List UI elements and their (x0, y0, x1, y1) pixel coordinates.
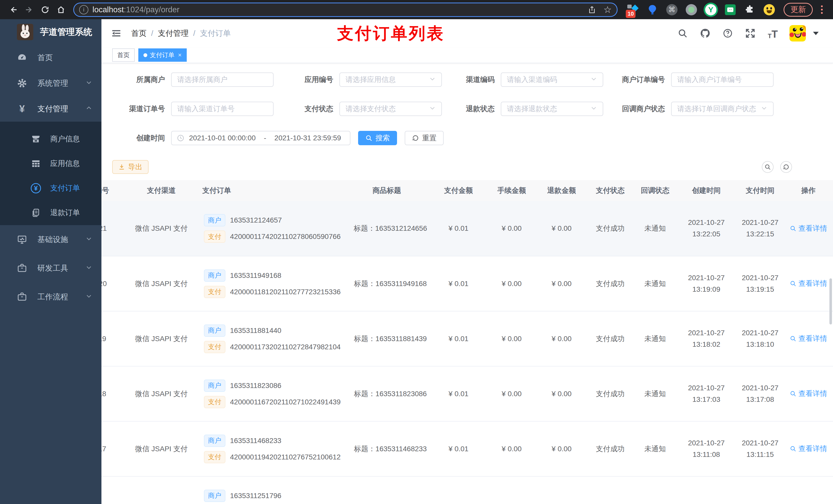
chevron-up-icon (86, 104, 92, 113)
sidebar-item-system[interactable]: 系统管理 (0, 70, 101, 96)
tab-pay-order[interactable]: 支付订单 × (138, 48, 187, 62)
sidebar-item-pay-order[interactable]: ¥ 支付订单 (0, 176, 101, 200)
sidebar-item-infrastructure[interactable]: 基础设施 (0, 225, 101, 254)
breadcrumb-pay-management[interactable]: 支付管理 (158, 28, 189, 39)
extension-badge: 10 (626, 10, 636, 18)
notify-status: 未通知 (634, 421, 676, 476)
app-label: 应用编号 (273, 75, 339, 85)
notify-status: 未通知 (634, 256, 676, 311)
extension-command-icon[interactable]: ⌘ (666, 4, 678, 16)
back-icon[interactable] (7, 3, 20, 16)
sidebar-item-app-info[interactable]: 应用信息 (0, 151, 101, 176)
merchant-order-no: 1635311251796 (230, 492, 281, 500)
grid-icon (30, 159, 42, 169)
extension-blocks-icon[interactable]: 10 (627, 4, 639, 16)
pay-order-cell: 商户1635311881440 支付4200001173202110272847… (197, 311, 343, 366)
view-detail-link[interactable]: 查看详情 (790, 223, 827, 233)
col-pay-status: 支付状态 (587, 180, 634, 201)
pay-channel: 微信 JSAPI 支付 (125, 421, 197, 476)
product-title: 标题：1635311881439 (343, 311, 430, 366)
sidebar-menu: 首页 系统管理 ¥ 支付管理 商户信息 应用信息 (0, 45, 101, 311)
tab-home[interactable]: 首页 (112, 48, 135, 62)
view-detail-link[interactable]: 查看详情 (790, 334, 827, 343)
view-detail-link[interactable]: 查看详情 (790, 444, 827, 454)
sidebar-item-label: 支付订单 (50, 183, 80, 193)
refresh-button[interactable] (780, 161, 792, 173)
site-info-icon[interactable]: i (79, 5, 88, 14)
forward-icon[interactable] (23, 3, 36, 16)
extension-yuque-icon[interactable]: Y (705, 4, 717, 16)
view-detail-link[interactable]: 查看详情 (790, 389, 827, 399)
font-size-icon[interactable]: TT (767, 27, 779, 39)
merchant-order-no: 1635311949168 (230, 271, 281, 280)
url-bar[interactable]: i localhost:1024/pay/order ☆ (73, 3, 618, 17)
orders-table: 编号 支付渠道 支付订单 商品标题 支付金额 手续金额 退款金额 支付状态 回调… (101, 180, 833, 504)
search-icon[interactable] (677, 27, 689, 39)
chevron-down-icon (86, 264, 92, 272)
browser-update-button[interactable]: 更新 (784, 3, 813, 17)
merchant-input[interactable] (171, 72, 273, 87)
toggle-search-button[interactable] (762, 161, 774, 173)
reload-icon[interactable] (39, 3, 52, 16)
github-icon[interactable] (699, 27, 711, 39)
merchant-order-no-input[interactable] (671, 72, 774, 87)
col-refund: 退款金额 (537, 180, 587, 201)
view-detail-link[interactable]: 查看详情 (790, 279, 827, 288)
user-avatar[interactable] (789, 25, 806, 42)
extension-circle-icon[interactable] (685, 4, 697, 16)
bookmark-star-icon[interactable]: ☆ (603, 4, 612, 15)
order-id (101, 476, 125, 504)
channel-code-select[interactable]: 请输入渠道编码 (501, 72, 603, 87)
channel-order-no-input[interactable] (171, 102, 273, 116)
sidebar-item-workflow[interactable]: 工作流程 (0, 283, 101, 311)
sidebar-item-refund-order[interactable]: 退款订单 (0, 200, 101, 225)
chevron-down-icon (761, 105, 767, 113)
close-icon[interactable]: × (178, 51, 182, 58)
filter-row-2: 渠道订单号 支付状态 请选择支付状态 退款状态 请选择退款状态 回调商户状态 请… (112, 102, 833, 116)
sidebar-item-label: 退款订单 (50, 208, 80, 218)
reset-button-label: 重置 (422, 133, 436, 143)
table-row: 120 微信 JSAPI 支付 商户1635311949168 支付420000… (101, 256, 833, 311)
extension-emoji-icon[interactable] (763, 4, 776, 16)
refund-status-select[interactable]: 请选择退款状态 (501, 102, 603, 116)
chevron-down-icon (86, 79, 92, 88)
briefcase-icon (16, 292, 28, 302)
caret-down-icon[interactable] (813, 32, 819, 35)
export-button[interactable]: 导出 (112, 160, 148, 174)
pay-amount: ¥ 0.01 (430, 311, 487, 366)
app-select[interactable]: 请选择应用信息 (339, 72, 442, 87)
col-notify-status: 回调状态 (634, 180, 676, 201)
sidebar-item-dev-tools[interactable]: 研发工具 (0, 254, 101, 283)
dashboard-icon (16, 52, 28, 63)
sidebar-item-payment[interactable]: ¥ 支付管理 (0, 96, 101, 122)
pay-status-label: 支付状态 (273, 104, 339, 114)
fullscreen-icon[interactable] (744, 27, 756, 39)
breadcrumb-home[interactable]: 首页 (131, 28, 146, 39)
help-icon[interactable] (722, 27, 734, 39)
extension-chat-icon[interactable] (724, 4, 736, 16)
pay-tag: 支付 (204, 451, 225, 463)
notify-status-select[interactable]: 请选择订单回调商户状态 (671, 102, 774, 116)
page-scrollbar[interactable] (829, 279, 832, 325)
table-row: 118 微信 JSAPI 支付 商户1635311823086 支付420000… (101, 366, 833, 421)
reset-button[interactable]: 重置 (405, 131, 444, 145)
pay-status-select[interactable]: 请选择支付状态 (339, 102, 442, 116)
action-cell: 查看详情 (784, 256, 833, 311)
extension-puzzle-icon[interactable] (744, 4, 756, 16)
app-logo[interactable]: 芋道管理系统 (0, 19, 101, 45)
browser-menu-icon[interactable] (817, 5, 826, 14)
create-time: 2021-10-2713:18:02 (676, 311, 736, 366)
pay-time: 2021-10-2713:17:08 (736, 366, 784, 421)
create-time-range-picker[interactable]: 2021-10-01 00:00:00 - 2021-10-31 23:59:5… (171, 131, 351, 145)
sidebar-toggle-icon[interactable] (110, 27, 122, 40)
share-icon[interactable] (586, 4, 598, 16)
home-icon[interactable] (54, 3, 68, 16)
extension-balloon-icon[interactable] (646, 4, 659, 16)
refund-amount: ¥ 0.00 (537, 256, 587, 311)
merchant-tag: 商户 (204, 490, 225, 502)
create-time: 2021-10-2713:17:03 (676, 366, 736, 421)
search-button[interactable]: 搜索 (358, 131, 397, 145)
sidebar-item-home[interactable]: 首页 (0, 45, 101, 70)
tags-view: 首页 支付订单 × (101, 47, 833, 63)
sidebar-item-merchant-info[interactable]: 商户信息 (0, 127, 101, 151)
